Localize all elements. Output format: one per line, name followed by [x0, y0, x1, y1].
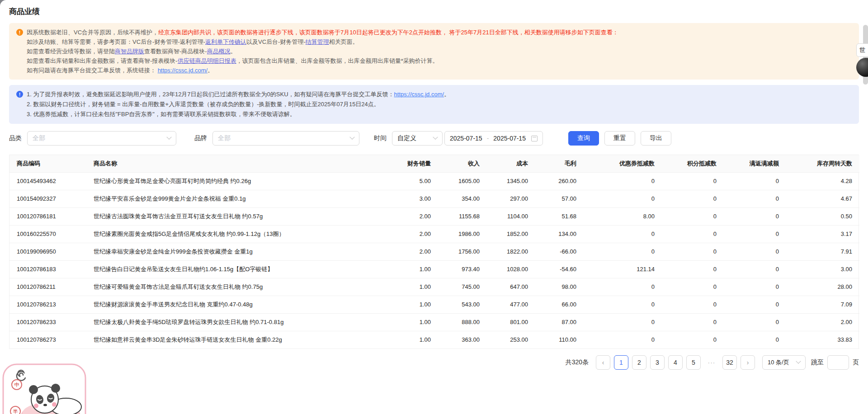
- cell-coupon-deduction: 8.00: [584, 207, 662, 225]
- info-banner: ! 1. 为了提升报表时效，避免数据延迟影响用户使用，23年12月7日起我们已过…: [9, 85, 859, 124]
- page-button[interactable]: 3: [650, 355, 665, 370]
- date-range-picker[interactable]: 2025-07-15 - 2025-07-15: [444, 131, 543, 146]
- cell-points-deduction: 0: [662, 296, 724, 313]
- side-panel-tab-label: 世: [859, 46, 865, 54]
- link-shangzhi-brand[interactable]: 商智品牌版: [115, 48, 144, 55]
- cell-gross-profit: -66.00: [535, 243, 584, 260]
- cell-finance-sales: 2.00: [388, 243, 438, 260]
- page-button[interactable]: 32: [722, 355, 737, 370]
- cell-rebate-amount: 0: [724, 243, 786, 260]
- cell-gross-profit: 87.00: [535, 313, 584, 331]
- time-preset-select[interactable]: 自定义: [392, 131, 443, 146]
- cell-finance-sales: 1.00: [388, 260, 438, 278]
- filter-bar: 品类 全部 品牌 全部 时间 自定义 2025-07-15 - 2025-07-…: [9, 131, 859, 146]
- link-product-overview[interactable]: 商品概况: [207, 48, 231, 55]
- cell-product-name: 世纪缘太极八卦黄金手绳5D珐琅罗盘转运珠男女款生日礼物 约0.71-0.81g: [86, 313, 388, 331]
- warning-text: ，该页面包含出库销量、出库金额等数据，出库金额用出库销量*采购价计算。: [236, 57, 439, 64]
- cell-cost: 1104.00: [487, 207, 535, 225]
- link-supplychain-report[interactable]: 供应链商品明细日报表: [178, 57, 236, 64]
- cell-inventory-turnover: 4.67: [786, 190, 859, 207]
- link-rebate-confirm[interactable]: 返利单下传确认: [205, 38, 246, 45]
- cell-cost: 1345.00: [487, 172, 535, 190]
- export-button[interactable]: 导出: [641, 131, 671, 146]
- jump-page-input[interactable]: [827, 355, 849, 370]
- page-button[interactable]: 4: [668, 355, 683, 370]
- cell-inventory-turnover: 33.83: [786, 331, 859, 348]
- cell-gross-profit: 98.00: [535, 278, 584, 296]
- cell-gross-profit: 110.00: [535, 331, 584, 348]
- cell-product-name: 世纪缘财源滚滚黄金手串送男友纪念日礼物 克重约0.47-0.48g: [86, 296, 388, 313]
- warning-text: 以及VC后台-财务管理-: [246, 38, 306, 45]
- warning-text: 相关页面。: [329, 38, 359, 45]
- cell-product-code: 100199096950: [9, 243, 86, 260]
- link-cssc[interactable]: https://cssc.jd.com/: [158, 67, 208, 74]
- cell-cost: 297.00: [487, 190, 535, 207]
- cell-rebate-amount: 0: [724, 225, 786, 243]
- link-settlement-mgmt[interactable]: 结算管理: [306, 38, 329, 45]
- pagination: 共320条 ‹ 12345···32 › 10 条/页 跳至 页: [9, 355, 859, 370]
- cell-coupon-deduction: 0: [584, 172, 662, 190]
- cell-gross-profit: 260.00: [535, 172, 584, 190]
- warning-text-red: 经京东集团内部共识，该页面的数据将进行逐步下线，该页面数据将于7月10日起将已更…: [158, 29, 618, 36]
- cell-coupon-deduction: 0: [584, 278, 662, 296]
- date-end[interactable]: 2025-07-15: [493, 135, 526, 142]
- cell-points-deduction: 0: [662, 225, 724, 243]
- cell-finance-sales: 2.00: [388, 207, 438, 225]
- page-button[interactable]: 5: [686, 355, 701, 370]
- page-size-select[interactable]: 10 条/页: [762, 355, 806, 370]
- side-panel-tab[interactable]: 世: [856, 43, 868, 57]
- cell-cost: 801.00: [487, 313, 535, 331]
- category-select[interactable]: 全部: [27, 131, 176, 146]
- chevron-down-icon: [349, 135, 354, 140]
- page-ellipsis: ···: [704, 355, 719, 370]
- table-row: 100120786183 世纪缘告白日记黄金吊坠送女友生日礼物约1.06-1.1…: [9, 260, 859, 278]
- col-revenue: 收入: [438, 155, 487, 172]
- calendar-icon[interactable]: [531, 136, 538, 141]
- warning-text: 因系统数据老旧、VC合并等原因，后续不再维护，: [27, 29, 158, 36]
- table-row: 100160225570 世纪缘素圈光面黄金戒指5G足金情侣尾戒女友礼物 约0.…: [9, 225, 859, 243]
- cell-coupon-deduction: 0: [584, 225, 662, 243]
- brand-value: 全部: [218, 134, 231, 142]
- cell-inventory-turnover: 3.17: [786, 225, 859, 243]
- prev-page-button[interactable]: ‹: [596, 355, 610, 370]
- link-cssc-2[interactable]: https://cssc.jd.com/: [394, 91, 444, 98]
- cell-cost: 1822.00: [487, 243, 535, 260]
- query-button[interactable]: 查询: [568, 131, 599, 146]
- warning-line-3: 如需查看经营业绩等数据，请登陆商智品牌版查看数据商智-商品模块-商品概况。: [27, 47, 853, 56]
- cell-product-code: 100120786211: [9, 278, 86, 296]
- col-product-code: 商品编码: [9, 155, 86, 172]
- cell-cost: 1028.00: [487, 260, 535, 278]
- info-text: 。: [444, 91, 450, 98]
- cell-inventory-turnover: 4.28: [786, 172, 859, 190]
- cell-rebate-amount: 0: [724, 313, 786, 331]
- cell-product-code: 100145493462: [9, 172, 86, 190]
- cell-revenue: 354.00: [438, 190, 487, 207]
- cell-rebate-amount: 0: [724, 207, 786, 225]
- warning-text: 如有问题请在海豚平台提交工单反馈，系统链接：: [27, 67, 156, 74]
- info-text: 1. 为了提升报表时效，避免数据延迟影响用户使用，23年12月7日起我们已过滤所…: [27, 91, 394, 98]
- cell-product-code: 100120786273: [9, 331, 86, 348]
- date-start[interactable]: 2025-07-15: [450, 135, 482, 142]
- cell-points-deduction: 0: [662, 331, 724, 348]
- col-finance-sales: 财务销量: [388, 155, 438, 172]
- jump-unit: 页: [853, 358, 859, 367]
- cell-revenue: 888.00: [438, 313, 487, 331]
- cell-rebate-amount: 0: [724, 296, 786, 313]
- table-row: 100120786181 世纪缘古法圆珠黄金耳饰古法金豆豆耳钉送女友生日礼物 约…: [9, 207, 859, 225]
- jump-label: 跳至: [811, 358, 824, 367]
- cell-revenue: 1605.00: [438, 172, 487, 190]
- brand-select[interactable]: 全部: [212, 131, 359, 146]
- cell-cost: 477.00: [487, 296, 535, 313]
- reset-button[interactable]: 重置: [604, 131, 635, 146]
- next-page-button[interactable]: ›: [741, 355, 755, 370]
- page-button[interactable]: 1: [614, 355, 628, 370]
- page-button[interactable]: 2: [632, 355, 646, 370]
- table-header-row: 商品编码 商品名称 财务销量 收入 成本 毛利 优惠券抵减数 积分抵减数 满返满…: [9, 155, 859, 172]
- warning-line-5: 如有问题请在海豚平台提交工单反馈，系统链接： https://cssc.jd.c…: [27, 66, 853, 75]
- cell-product-name: 世纪缘告白日记黄金吊坠送女友生日礼物约1.06-1.15g【配O字银链】: [86, 260, 388, 278]
- cell-coupon-deduction: 0: [584, 190, 662, 207]
- page-size-value: 10 条/页: [768, 358, 789, 367]
- main-content: 商品业绩 ! 因系统数据老旧、VC合并等原因，后续不再维护，经京东集团内部共识，…: [0, 0, 868, 414]
- brand-label: 品牌: [194, 134, 207, 142]
- warning-text: 如需查看出库销量和出库金额数据，请查看商智-报表模块-: [27, 57, 178, 64]
